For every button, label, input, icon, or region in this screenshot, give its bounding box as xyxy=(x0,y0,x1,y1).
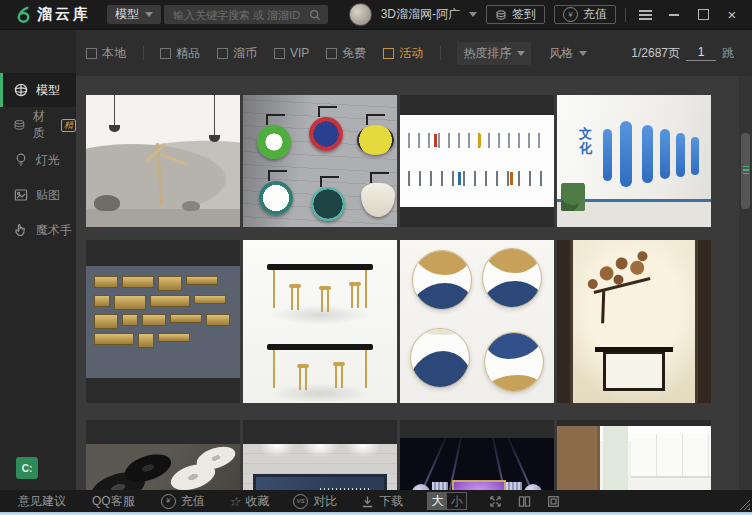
size-large-button[interactable]: 大 xyxy=(428,493,447,509)
decor xyxy=(691,137,699,175)
sidebar-item-magic-hand[interactable]: 魔术手 xyxy=(0,213,76,247)
model-card-people-cutouts[interactable] xyxy=(400,95,554,227)
decor xyxy=(259,181,293,215)
texture-image-icon xyxy=(13,187,29,203)
scrollbar-track[interactable] xyxy=(739,76,752,490)
split-view-button[interactable] xyxy=(516,493,532,509)
recharge-action[interactable]: ¥ 充值 xyxy=(161,493,205,510)
sidebar-item-model[interactable]: 模型 xyxy=(0,73,76,107)
decor xyxy=(484,332,544,392)
style-dropdown[interactable]: 风格 xyxy=(549,45,587,62)
page-jump-button[interactable]: 跳 xyxy=(722,45,734,62)
close-button[interactable]: × xyxy=(722,4,742,26)
favorite-action[interactable]: ☆ 收藏 xyxy=(229,493,270,510)
sidebar-item-light[interactable]: 灯光 xyxy=(0,143,76,177)
model-card-bar-table[interactable] xyxy=(243,240,397,403)
menu-button[interactable] xyxy=(635,4,655,26)
model-card-shop-signs[interactable] xyxy=(243,95,397,227)
checkbox[interactable] xyxy=(160,48,171,59)
filter-bar: 本地 精品 溜币 VIP 免费 活动 热度排序 风格 1/2687页 跳 xyxy=(76,30,752,76)
user-caret-down-icon[interactable] xyxy=(469,12,477,17)
expand-arrows-icon xyxy=(489,495,502,508)
sort-dropdown[interactable]: 热度排序 xyxy=(457,42,531,65)
username[interactable]: 3D溜溜网-阿广 xyxy=(381,6,460,23)
category-dropdown[interactable]: 模型 xyxy=(107,5,161,24)
filter-label: 精品 xyxy=(176,45,200,62)
decor xyxy=(194,295,226,304)
decor xyxy=(333,362,345,366)
recharge-button[interactable]: ¥ 充值 xyxy=(554,5,616,24)
fit-frame-button[interactable] xyxy=(545,493,561,509)
filter-local[interactable]: 本地 xyxy=(86,45,126,62)
decor xyxy=(482,248,542,308)
decor xyxy=(297,364,309,368)
resize-grip[interactable] xyxy=(739,499,750,510)
decor xyxy=(309,117,343,151)
scrollbar-thumb[interactable] xyxy=(741,133,750,209)
model-card-round-wall-art[interactable] xyxy=(400,240,554,403)
checkbox[interactable] xyxy=(383,48,394,59)
bottom-bar: 意见建议 QQ客服 ¥ 充值 ☆ 收藏 vs 对比 下载 大 小 xyxy=(0,490,752,512)
model-card-mural-backdrop[interactable] xyxy=(243,420,397,490)
sidebar-item-texture[interactable]: 贴图 xyxy=(0,178,76,212)
feedback-link[interactable]: 意见建议 xyxy=(18,493,66,510)
recharge-icon: ¥ xyxy=(563,7,578,22)
model-card-gold-ornaments[interactable] xyxy=(86,240,240,403)
sidebar-item-label: 贴图 xyxy=(36,187,60,204)
filter-premium[interactable]: 精品 xyxy=(160,45,200,62)
filter-label: 本地 xyxy=(102,45,126,62)
decor xyxy=(452,480,506,490)
signin-button[interactable]: 签到 xyxy=(486,5,545,24)
filter-vip[interactable]: VIP xyxy=(274,46,309,60)
download-action-label: 下载 xyxy=(379,493,403,510)
download-icon xyxy=(361,495,374,508)
checkbox[interactable] xyxy=(274,48,285,59)
checkbox[interactable] xyxy=(86,48,97,59)
model-card-zen-rockery[interactable] xyxy=(86,95,240,227)
decor xyxy=(122,314,138,326)
compare-action[interactable]: vs 对比 xyxy=(293,493,337,510)
decor xyxy=(660,129,670,179)
model-card-culture-wall[interactable]: 文化 xyxy=(557,95,711,227)
maximize-button[interactable] xyxy=(693,4,713,26)
size-small-button[interactable]: 小 xyxy=(447,493,466,509)
decor xyxy=(267,264,373,270)
star-icon: ☆ xyxy=(229,495,241,508)
decor xyxy=(289,284,301,288)
drive-badge[interactable]: C: xyxy=(16,457,38,479)
qq-service-link[interactable]: QQ客服 xyxy=(92,493,135,510)
decor xyxy=(94,276,118,288)
search-input[interactable] xyxy=(171,8,305,22)
filter-coin[interactable]: 溜币 xyxy=(217,45,257,62)
sidebar: 模型 材质 精 灯光 贴图 魔术手 C: xyxy=(0,30,76,490)
checkbox[interactable] xyxy=(217,48,228,59)
sidebar-item-label: 灯光 xyxy=(36,152,60,169)
decor xyxy=(506,482,522,490)
expand-button[interactable] xyxy=(487,493,503,509)
sidebar-item-label: 魔术手 xyxy=(36,222,72,239)
checkbox[interactable] xyxy=(326,48,337,59)
minimize-button[interactable] xyxy=(664,4,684,26)
download-action[interactable]: 下载 xyxy=(361,493,403,510)
sort-label: 热度排序 xyxy=(463,45,511,62)
thumbnail-image xyxy=(400,115,554,207)
decor xyxy=(434,134,437,147)
recharge-icon: ¥ xyxy=(161,494,176,509)
filter-label: VIP xyxy=(290,46,309,60)
page-jump-input[interactable] xyxy=(686,45,716,61)
sidebar-item-material[interactable]: 材质 精 xyxy=(0,108,76,142)
model-card-console-table[interactable] xyxy=(557,240,711,403)
model-card-disc-props[interactable] xyxy=(86,420,240,490)
filter-activity[interactable]: 活动 xyxy=(383,45,423,62)
model-card-stage[interactable] xyxy=(400,420,554,490)
decor xyxy=(478,134,481,147)
decor xyxy=(432,482,448,490)
model-card-kitchen[interactable] xyxy=(557,420,711,490)
thumbnail-image xyxy=(86,266,240,378)
search-box[interactable] xyxy=(164,5,328,24)
filter-free[interactable]: 免费 xyxy=(326,45,366,62)
decor xyxy=(311,187,345,221)
app-window: 溜云库 模型 3D溜溜网-阿广 签到 ¥ xyxy=(0,0,752,515)
avatar[interactable] xyxy=(349,3,372,26)
decor xyxy=(561,183,585,211)
